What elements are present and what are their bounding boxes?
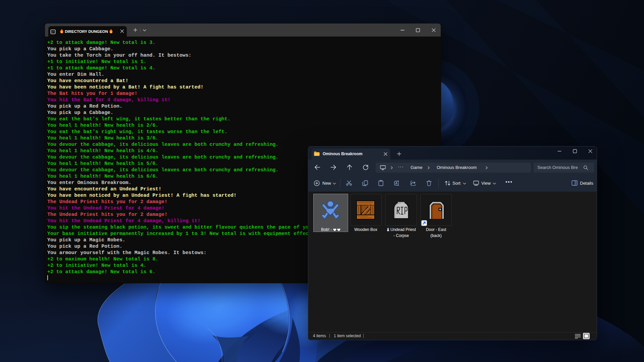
svg-text:c:\: c:\ xyxy=(51,31,55,33)
